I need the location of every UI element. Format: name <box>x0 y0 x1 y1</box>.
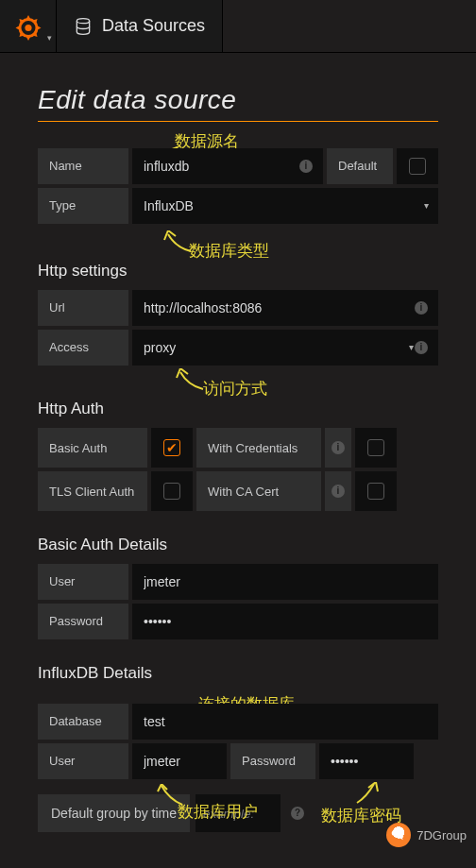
ba-password-field <box>132 604 438 639</box>
name-input[interactable] <box>144 148 312 184</box>
name-field-wrap: i <box>132 148 323 184</box>
with-credentials-checkbox[interactable] <box>367 439 384 456</box>
info-icon[interactable]: ? <box>286 807 309 820</box>
group-by-field <box>196 794 280 832</box>
info-icon[interactable]: i <box>410 301 433 315</box>
name-row: Name i Default <box>38 148 438 184</box>
annotation-access: 访问方式 <box>203 378 267 400</box>
group-by-input[interactable] <box>203 807 273 821</box>
auth-row-2: TLS Client Auth With CA Cert i <box>38 471 438 511</box>
wechat-icon <box>386 823 411 847</box>
ba-user-row: User <box>38 564 438 600</box>
ba-user-field <box>132 564 438 600</box>
with-ca-cert-check-cell <box>355 471 397 511</box>
chevron-down-icon: ▾ <box>424 188 429 224</box>
basic-auth-check-cell <box>151 428 193 468</box>
info-icon[interactable]: i <box>325 428 351 468</box>
breadcrumb[interactable]: Data Sources <box>57 0 223 52</box>
chevron-down-icon: ▾ <box>47 33 52 43</box>
type-select[interactable]: InfluxDB ▾ <box>132 188 438 224</box>
influx-db-row: Database <box>38 704 438 740</box>
top-bar: ▾ Data Sources <box>0 0 476 53</box>
influx-user-label: User <box>38 743 128 779</box>
annotation-arrow <box>175 368 212 397</box>
access-label: Access <box>38 330 128 366</box>
basic-auth-details-title: Basic Auth Details <box>38 536 438 554</box>
influx-user-field <box>132 743 227 779</box>
group-by-label: Default group by time <box>38 794 190 832</box>
influx-password-field <box>319 743 414 779</box>
info-icon[interactable]: i <box>295 160 317 173</box>
svg-point-2 <box>76 18 89 23</box>
influx-details-title: InfluxDB Details <box>38 664 438 683</box>
title-underline <box>38 121 438 122</box>
page-title: Edit data source <box>38 85 438 115</box>
grafana-logo-menu[interactable]: ▾ <box>0 0 57 52</box>
auth-row-1: Basic Auth With Credentials i <box>38 428 438 468</box>
influx-user-input[interactable] <box>144 743 215 779</box>
url-input[interactable] <box>144 290 427 326</box>
basic-auth-label: Basic Auth <box>38 428 147 468</box>
annotation-arrow <box>162 230 200 259</box>
default-label: Default <box>327 148 393 184</box>
with-ca-cert-label: With CA Cert <box>196 471 321 511</box>
name-label: Name <box>38 148 128 184</box>
influx-password-label: Password <box>230 743 315 779</box>
url-label: Url <box>38 290 128 326</box>
breadcrumb-label: Data Sources <box>102 16 205 36</box>
http-settings-title: Http settings <box>38 262 438 281</box>
svg-point-1 <box>25 24 31 30</box>
default-checkbox[interactable] <box>409 158 426 175</box>
ba-password-label: Password <box>38 604 128 639</box>
url-row: Url i <box>38 290 438 326</box>
influx-db-field <box>132 704 438 740</box>
watermark-text: 7DGroup <box>416 828 467 842</box>
annotation-type: 数据库类型 <box>189 240 269 262</box>
group-by-row: Default group by time ? <box>38 794 438 832</box>
type-value: InfluxDB <box>144 188 194 224</box>
with-credentials-check-cell <box>355 428 397 468</box>
influx-db-label: Database <box>38 704 128 740</box>
tls-client-auth-checkbox[interactable] <box>163 483 180 500</box>
info-icon[interactable]: i <box>410 341 433 354</box>
access-row: Access proxy ▾ i <box>38 330 438 366</box>
access-value: proxy <box>144 330 176 366</box>
access-select[interactable]: proxy ▾ i <box>132 330 438 366</box>
with-credentials-label: With Credentials <box>196 428 321 468</box>
ba-user-label: User <box>38 564 128 600</box>
with-ca-cert-checkbox[interactable] <box>367 483 384 500</box>
influx-user-row: User Password <box>38 743 438 779</box>
default-checkbox-cell <box>397 148 438 184</box>
tls-client-auth-label: TLS Client Auth <box>38 471 147 511</box>
ba-password-input[interactable] <box>144 604 427 639</box>
database-icon <box>74 17 93 36</box>
influx-db-input[interactable] <box>144 704 427 740</box>
type-label: Type <box>38 188 128 224</box>
grafana-logo-icon <box>14 12 42 41</box>
ba-user-input[interactable] <box>144 564 427 600</box>
watermark: 7DGroup <box>386 823 467 847</box>
http-auth-title: Http Auth <box>38 400 438 418</box>
basic-auth-checkbox[interactable] <box>163 439 180 456</box>
influx-password-input[interactable] <box>331 743 402 779</box>
info-icon[interactable]: i <box>325 471 351 511</box>
ba-password-row: Password <box>38 604 438 639</box>
tls-client-auth-check-cell <box>151 471 193 511</box>
type-row: Type InfluxDB ▾ <box>38 188 438 224</box>
url-field-wrap: i <box>132 290 438 326</box>
